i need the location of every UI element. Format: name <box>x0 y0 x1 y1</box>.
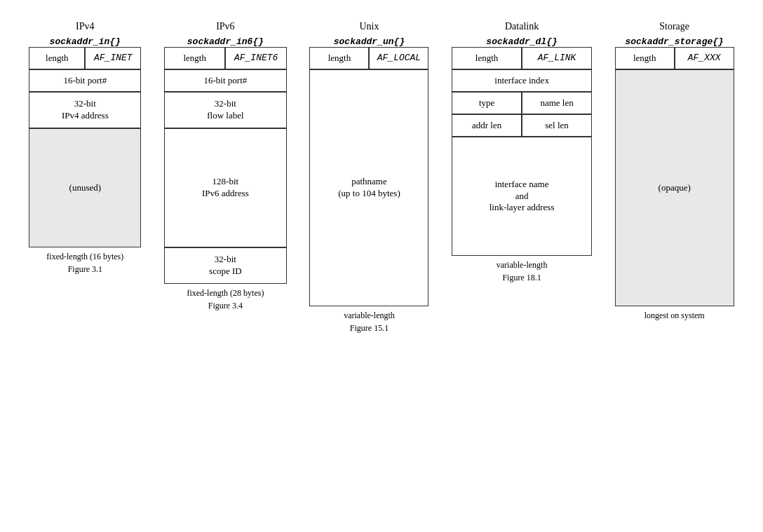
datalink-ifindex: interface index <box>452 69 592 92</box>
storage-struct: sockaddr_storage{} <box>625 36 723 47</box>
datalink-namelen: name len <box>522 92 592 114</box>
storage-caption: longest on system <box>644 309 705 322</box>
datalink-column: Datalink sockaddr_dl{} length AF_LINK in… <box>452 21 592 284</box>
datalink-title: Datalink <box>505 21 539 32</box>
ipv6-struct: sockaddr_in6{} <box>187 36 264 47</box>
ipv4-caption: fixed-length (16 bytes)Figure 3.1 <box>46 250 123 275</box>
ipv4-struct: sockaddr_in{} <box>50 36 121 47</box>
storage-opaque: (opaque) <box>615 69 734 306</box>
unix-length: length <box>309 47 369 69</box>
ipv4-column: IPv4 sockaddr_in{} length AF_INET 16-bit… <box>29 21 141 275</box>
unix-struct: sockaddr_un{} <box>334 36 405 47</box>
datalink-af-link: AF_LINK <box>522 47 592 69</box>
unix-title: Unix <box>359 21 379 32</box>
datalink-addrlen: addr len <box>452 114 522 137</box>
datalink-length: length <box>452 47 522 69</box>
ipv4-title: IPv4 <box>76 21 94 32</box>
datalink-sellen: sel len <box>522 114 592 137</box>
ipv4-addr: 32-bitIPv4 address <box>29 92 141 128</box>
ipv4-af-inet: AF_INET <box>85 47 141 69</box>
ipv6-title: IPv6 <box>216 21 234 32</box>
diagram-container: IPv4 sockaddr_in{} length AF_INET 16-bit… <box>7 14 756 341</box>
unix-column: Unix sockaddr_un{} length AF_LOCAL pathn… <box>309 21 428 334</box>
storage-af-xxx: AF_XXX <box>675 47 734 69</box>
datalink-struct: sockaddr_dl{} <box>486 36 557 47</box>
ipv4-port: 16-bit port# <box>29 69 141 92</box>
datalink-ifname: interface nameandlink-layer address <box>452 137 592 256</box>
ipv6-length: length <box>164 47 226 69</box>
ipv6-flow: 32-bitflow label <box>164 92 287 128</box>
ipv6-caption: fixed-length (28 bytes)Figure 3.4 <box>187 287 264 312</box>
unix-caption: variable-lengthFigure 15.1 <box>344 309 395 334</box>
unix-pathname: pathname(up to 104 bytes) <box>309 69 428 306</box>
ipv6-scope: 32-bitscope ID <box>164 247 287 284</box>
datalink-caption: variable-lengthFigure 18.1 <box>497 259 548 284</box>
ipv6-port: 16-bit port# <box>164 69 287 92</box>
storage-title: Storage <box>659 21 689 32</box>
storage-column: Storage sockaddr_storage{} length AF_XXX… <box>615 21 734 322</box>
ipv4-unused: (unused) <box>29 128 141 247</box>
ipv6-addr: 128-bitIPv6 address <box>164 128 287 247</box>
unix-af-local: AF_LOCAL <box>369 47 428 69</box>
storage-length: length <box>615 47 675 69</box>
datalink-type: type <box>452 92 522 114</box>
ipv6-column: IPv6 sockaddr_in6{} length AF_INET6 16-b… <box>164 21 287 312</box>
ipv6-af-inet6: AF_INET6 <box>225 47 287 69</box>
ipv4-length: length <box>29 47 85 69</box>
